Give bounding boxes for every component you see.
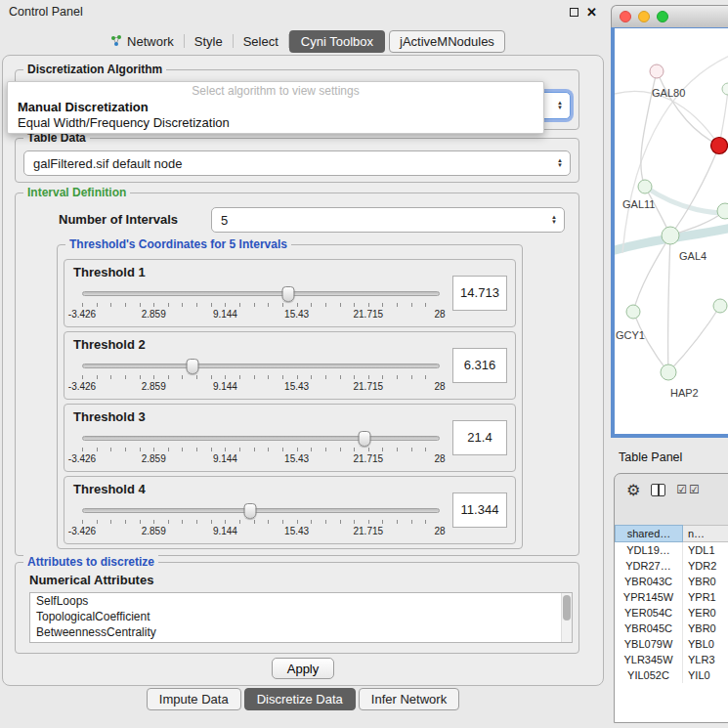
tick-label: 28: [434, 526, 445, 536]
tick-label: 15.43: [284, 309, 309, 320]
threshold-3-slider[interactable]: -3.426 2.859 9.144 15.43 21.715 28: [82, 432, 440, 469]
threshold-1-value-field[interactable]: 14.713: [452, 276, 507, 311]
close-icon[interactable]: ✕: [586, 5, 597, 20]
tick-label: -3.426: [68, 526, 96, 536]
slider-tickmarks: [82, 375, 440, 379]
table-row[interactable]: YIL052CYIL0: [615, 667, 728, 683]
tab-infer-network[interactable]: Infer Network: [359, 688, 459, 710]
network-node[interactable]: [722, 83, 728, 95]
network-canvas[interactable]: GAL80 GAL11 GAL4 GCY1 HAP2: [611, 27, 728, 438]
table-row[interactable]: YBL079WYBL0: [615, 636, 728, 652]
numerical-attributes-list[interactable]: SelfLoops TopologicalCoefficient Between…: [29, 592, 573, 643]
node-label-gal11: GAL11: [622, 198, 655, 210]
interval-definition-group: Interval Definition Number of Intervals …: [15, 193, 579, 556]
slider-track[interactable]: [82, 436, 440, 441]
slider-thumb[interactable]: [187, 359, 199, 374]
table-cell[interactable]: YBR043C: [615, 574, 683, 589]
list-item[interactable]: SelfLoops: [30, 593, 572, 609]
network-node[interactable]: [661, 364, 676, 380]
network-node[interactable]: [713, 299, 727, 313]
apply-button[interactable]: Apply: [272, 658, 334, 679]
table-row[interactable]: YDL19…YDL1: [615, 542, 728, 558]
tab-network[interactable]: Network: [101, 31, 184, 52]
slider-thumb[interactable]: [359, 431, 371, 447]
minimize-traffic-light-icon[interactable]: [638, 11, 650, 22]
slider-track[interactable]: [82, 508, 440, 513]
network-view-window: GAL80 GAL11 GAL4 GCY1 HAP2: [611, 5, 728, 438]
slider-track[interactable]: [82, 291, 440, 296]
close-traffic-light-icon[interactable]: [620, 11, 631, 22]
tab-style[interactable]: Style: [185, 31, 233, 52]
table-cell[interactable]: YDR2: [683, 558, 728, 574]
table-cell[interactable]: YBR045C: [615, 621, 683, 636]
table-cell[interactable]: YIL0: [683, 667, 728, 683]
network-icon: [110, 35, 122, 47]
network-graph: GAL80 GAL11 GAL4 GCY1 HAP2: [615, 28, 728, 435]
tab-impute-data[interactable]: Impute Data: [147, 688, 241, 710]
tab-jactivemnodules[interactable]: jActiveMNodules: [389, 30, 505, 53]
network-node[interactable]: [638, 180, 652, 193]
selected-red-node[interactable]: [711, 138, 728, 154]
table-row[interactable]: YBR045CYBR0: [615, 621, 728, 636]
table-cell[interactable]: YPR1: [683, 589, 728, 605]
slider-track[interactable]: [82, 364, 440, 368]
tick-label: 9.144: [213, 381, 237, 392]
list-scrollbar[interactable]: [561, 593, 572, 642]
dropdown-option-equal-width[interactable]: Equal Width/Frequency Discretization: [8, 115, 543, 131]
checkbox-icons[interactable]: ☑☑: [676, 483, 702, 496]
table-cell[interactable]: YBL0: [683, 636, 728, 652]
slider-thumb[interactable]: [282, 286, 295, 302]
tick-label: 2.859: [142, 526, 166, 536]
zoom-traffic-light-icon[interactable]: [657, 11, 668, 22]
threshold-4-value-field[interactable]: 11.344: [452, 492, 507, 528]
table-cell[interactable]: YPR145W: [615, 589, 683, 605]
network-node[interactable]: [650, 64, 664, 78]
table-cell[interactable]: YLR3: [683, 652, 728, 667]
table-row[interactable]: YPR145WYPR1: [615, 589, 728, 605]
threshold-4-slider[interactable]: -3.426 2.859 9.144 15.43 21.715 28: [82, 504, 440, 541]
table-cell[interactable]: YER054C: [615, 605, 683, 621]
tick-label: 21.715: [354, 453, 384, 464]
threshold-2-slider[interactable]: -3.426 2.859 9.144 15.43 21.715 28: [82, 360, 440, 397]
scrollbar-thumb[interactable]: [563, 595, 571, 621]
column-header-name[interactable]: n…: [683, 525, 728, 542]
tab-cyni-toolbox[interactable]: Cyni Toolbox: [289, 30, 385, 53]
slider-tickmarks: [82, 303, 440, 307]
tick-label: 28: [434, 309, 445, 320]
table-cell[interactable]: YBR0: [683, 621, 728, 636]
table-cell[interactable]: YBL079W: [615, 636, 683, 652]
table-row[interactable]: YDR27…YDR2: [615, 558, 728, 574]
columns-icon[interactable]: [651, 484, 665, 496]
table-row[interactable]: YBR043CYBR0: [615, 574, 728, 589]
number-of-intervals-label: Number of Intervals: [59, 212, 178, 227]
tab-select[interactable]: Select: [234, 31, 288, 52]
restore-window-icon[interactable]: [570, 8, 578, 17]
list-item[interactable]: TopologicalCoefficient: [30, 609, 572, 624]
column-header-shared-name[interactable]: shared…: [615, 525, 683, 542]
table-cell[interactable]: YDL19…: [615, 542, 683, 558]
table-cell[interactable]: YIL052C: [615, 667, 683, 683]
number-of-intervals-combobox[interactable]: 5 ▲ ▼: [211, 207, 565, 233]
threshold-2-value-field[interactable]: 6.316: [452, 348, 507, 383]
table-cell[interactable]: YER0: [683, 605, 728, 621]
threshold-3-value-field[interactable]: 21.4: [452, 420, 507, 455]
table-cell[interactable]: YDR27…: [615, 558, 683, 574]
table-data-combobox[interactable]: galFiltered.sif default node ▲ ▼: [23, 150, 571, 176]
network-node[interactable]: [662, 227, 679, 244]
list-item[interactable]: BetweennessCentrality: [30, 624, 572, 640]
combo-stepper-icon: ▲ ▼: [554, 158, 566, 168]
threshold-1-slider[interactable]: -3.426 2.859 9.144 15.43 21.715 28: [82, 287, 440, 324]
network-node[interactable]: [717, 203, 728, 219]
table-cell[interactable]: YDL1: [683, 542, 728, 558]
network-node[interactable]: [626, 305, 640, 319]
gear-icon[interactable]: ⚙: [626, 481, 640, 499]
table-cell[interactable]: YLR345W: [615, 652, 683, 667]
slider-thumb[interactable]: [244, 503, 257, 519]
tick-label: 15.43: [284, 381, 309, 392]
tab-discretize-data[interactable]: Discretize Data: [244, 688, 356, 710]
table-row[interactable]: YER054CYER0: [615, 605, 728, 621]
table-row[interactable]: YLR345WYLR3: [615, 652, 728, 667]
table-cell[interactable]: YBR0: [683, 574, 728, 589]
dropdown-option-manual-discretization[interactable]: Manual Discretization: [8, 100, 543, 115]
tick-label: 9.144: [213, 526, 237, 536]
